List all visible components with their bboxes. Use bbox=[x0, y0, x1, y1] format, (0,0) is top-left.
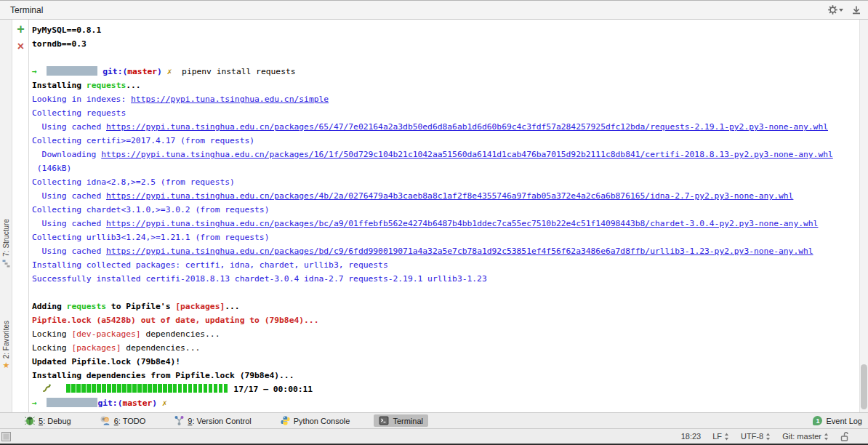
scrollbar-track bbox=[859, 20, 868, 412]
unlock-icon[interactable] bbox=[840, 432, 849, 441]
tab-terminal[interactable]: Terminal bbox=[374, 414, 428, 427]
tab-todo[interactable]: 6: TODO bbox=[95, 414, 151, 427]
hide-icon[interactable] bbox=[852, 6, 861, 15]
progress-block bbox=[188, 384, 193, 393]
terminal-text: Pipfile.lock (a5428b) out of date, updat… bbox=[32, 316, 318, 325]
event-log-button[interactable]: 1 Event Log bbox=[813, 416, 862, 425]
panel-header: Terminal bbox=[0, 1, 868, 20]
terminal-line: Pipfile.lock (a5428b) out of date, updat… bbox=[32, 313, 868, 327]
terminal-text: ) bbox=[157, 67, 162, 76]
terminal-text: dependencies... bbox=[141, 329, 220, 339]
progress-block bbox=[214, 384, 218, 393]
progress-block bbox=[66, 384, 71, 393]
terminal-text: dependencies... bbox=[121, 343, 200, 353]
terminal-line bbox=[32, 51, 868, 65]
terminal-text: Installing dependencies from Pipfile.loc… bbox=[32, 371, 294, 380]
terminal-text: Locking bbox=[32, 329, 71, 339]
progress-block bbox=[107, 384, 111, 393]
close-session-button[interactable]: × bbox=[17, 40, 24, 53]
tab-label: Python Console bbox=[294, 417, 350, 425]
panel-body: 7: Structure2: Favorites★ + × PyMySQL==0… bbox=[0, 20, 868, 412]
terminal-line: Downloading https://pypi.tuna.tsinghua.e… bbox=[32, 148, 868, 161]
snake-icon bbox=[42, 383, 52, 393]
progress-block bbox=[92, 384, 96, 393]
progress-block bbox=[97, 384, 101, 393]
progress-block bbox=[183, 384, 188, 393]
terminal-output[interactable]: PyMySQL==0.8.1torndb==0.3 → git:(master)… bbox=[30, 20, 868, 412]
terminal-text bbox=[157, 398, 162, 408]
tool-window-switcher-icon[interactable] bbox=[1, 432, 11, 441]
stripe-tab-favorites[interactable]: 2: Favorites★ bbox=[0, 321, 12, 369]
new-session-button[interactable]: + bbox=[17, 22, 25, 36]
terminal-toolbar: + × bbox=[13, 20, 29, 412]
terminal-line: Using cached https://pypi.tuna.tsinghua.… bbox=[32, 189, 868, 203]
url-link[interactable]: https://pypi.tuna.tsinghua.edu.cn/packag… bbox=[106, 191, 793, 201]
terminal-line: → git:(master) ✗ bbox=[32, 396, 868, 410]
terminal-text: Using cached bbox=[32, 122, 106, 132]
terminal-line: Installing collected packages: certifi, … bbox=[32, 258, 868, 272]
terminal-line: (146kB) bbox=[32, 161, 868, 175]
progress-block bbox=[81, 384, 86, 393]
terminal-text: master bbox=[122, 398, 152, 408]
url-link[interactable]: https://pypi.tuna.tsinghua.edu.cn/simple bbox=[131, 95, 329, 104]
progress-block bbox=[173, 384, 177, 393]
tab-version-control[interactable]: 9: Version Control bbox=[169, 414, 256, 427]
gear-icon[interactable] bbox=[828, 5, 843, 15]
debug-icon bbox=[25, 416, 35, 425]
stripe-tab-label: 2: Favorites bbox=[2, 321, 10, 358]
terminal-text: git:( bbox=[97, 398, 122, 408]
terminal-line: Collecting urllib3<1.24,>=1.21.1 (from r… bbox=[32, 230, 868, 244]
terminal-text: torndb==0.3 bbox=[32, 39, 87, 49]
url-link[interactable]: https://pypi.tuna.tsinghua.edu.cn/packag… bbox=[106, 122, 828, 132]
terminal-text: Collecting requests bbox=[32, 108, 126, 118]
terminal-line: torndb==0.3 bbox=[32, 37, 868, 51]
progress-block bbox=[219, 384, 223, 393]
terminal-text: PyMySQL==0.8.1 bbox=[32, 25, 101, 35]
terminal-text: Using cached bbox=[32, 219, 106, 228]
stripe-tab-label: 7: Structure bbox=[2, 219, 10, 257]
terminal-line: → git:(master) ✗ pipenv install requests bbox=[32, 65, 868, 79]
terminal-text bbox=[37, 67, 47, 76]
terminal-icon bbox=[379, 416, 389, 425]
terminal-line: Collecting chardet<3.1.0,>=3.0.2 (from r… bbox=[32, 203, 868, 217]
star-icon: ★ bbox=[3, 361, 10, 369]
terminal-text: [packages] bbox=[71, 343, 121, 353]
url-link[interactable]: https://pypi.tuna.tsinghua.edu.cn/packag… bbox=[101, 150, 833, 159]
progress-block bbox=[193, 384, 198, 393]
progress-block bbox=[137, 384, 142, 393]
tab-debug[interactable]: 5: Debug bbox=[20, 414, 76, 427]
terminal-text: git:( bbox=[103, 67, 127, 76]
terminal-text: Collecting idna<2.8,>=2.5 (from requests… bbox=[32, 177, 235, 187]
terminal-line: Collecting certifi>=2017.4.17 (from requ… bbox=[32, 134, 868, 148]
terminal-lines: PyMySQL==0.8.1torndb==0.3 → git:(master)… bbox=[32, 23, 868, 410]
tab-python-console[interactable]: Python Console bbox=[276, 414, 355, 427]
terminal-text bbox=[52, 385, 66, 394]
url-link[interactable]: https://pypi.tuna.tsinghua.edu.cn/packag… bbox=[106, 219, 818, 228]
status-utf-8[interactable]: UTF-8 bbox=[741, 432, 771, 441]
terminal-text: Using cached bbox=[32, 246, 106, 256]
terminal-line: PyMySQL==0.8.1 bbox=[32, 23, 868, 37]
status-label: LF bbox=[712, 432, 722, 441]
progress-block bbox=[112, 384, 116, 393]
updown-icon bbox=[765, 433, 771, 441]
terminal-line: Using cached https://pypi.tuna.tsinghua.… bbox=[32, 244, 868, 258]
terminal-text: Locking bbox=[32, 343, 71, 353]
python-icon bbox=[281, 416, 290, 425]
url-link[interactable]: https://pypi.tuna.tsinghua.edu.cn/packag… bbox=[106, 246, 813, 256]
terminal-text: Collecting certifi>=2017.4.17 (from requ… bbox=[32, 136, 254, 145]
terminal-text: Collecting chardet<3.1.0,>=3.0.2 (from r… bbox=[32, 205, 269, 215]
version-control-icon bbox=[174, 416, 184, 425]
status-git-master[interactable]: Git: master bbox=[782, 432, 829, 441]
status-lf[interactable]: LF bbox=[712, 432, 729, 441]
stripe-tab-structure[interactable]: 7: Structure bbox=[0, 219, 12, 268]
terminal-text: [dev-packages] bbox=[71, 329, 140, 339]
terminal-text: Downloading bbox=[32, 150, 101, 159]
terminal-line: Installing dependencies from Pipfile.loc… bbox=[32, 369, 868, 382]
tab-label: 5: Debug bbox=[39, 417, 71, 425]
status-18-23[interactable]: 18:23 bbox=[681, 432, 702, 441]
tab-label: Terminal bbox=[393, 417, 423, 425]
terminal-line: Adding requests to Pipfile's [packages].… bbox=[32, 300, 868, 313]
gear-glyph bbox=[828, 5, 837, 15]
scrollbar-thumb[interactable] bbox=[861, 364, 867, 409]
terminal-line: Collecting requests bbox=[32, 106, 868, 120]
